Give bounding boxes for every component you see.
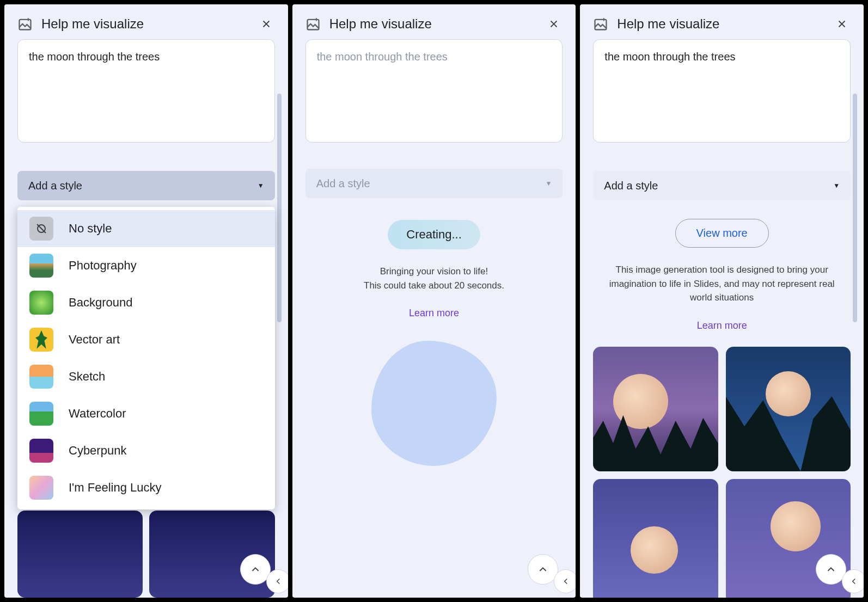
style-option-photography[interactable]: Photography — [17, 247, 275, 284]
prompt-input[interactable] — [593, 39, 851, 143]
panel-body: the moon through the trees Add a style ▼… — [292, 39, 576, 598]
result-image[interactable] — [593, 347, 718, 471]
no-style-icon — [29, 217, 53, 241]
background-results-peek — [17, 511, 275, 598]
panel-header: Help me visualize — [292, 4, 576, 39]
style-option-label: Photography — [69, 259, 137, 273]
caret-down-icon: ▼ — [258, 182, 264, 189]
style-select[interactable]: Add a style ▼ — [593, 171, 851, 200]
sketch-thumb — [29, 365, 53, 389]
collapse-fab[interactable] — [554, 569, 576, 593]
style-option-label: Vector art — [69, 333, 120, 347]
panel-title: Help me visualize — [617, 16, 833, 32]
view-more-button[interactable]: View more — [675, 219, 769, 248]
style-select-label: Add a style — [316, 177, 370, 190]
prompt-input[interactable] — [17, 39, 275, 143]
close-button[interactable] — [833, 15, 851, 33]
prompt-input-disabled: the moon through the trees — [305, 39, 563, 143]
style-option-vector-art[interactable]: Vector art — [17, 321, 275, 358]
result-grid — [593, 347, 851, 598]
loading-message: Bringing your vision to life! This could… — [305, 265, 563, 292]
panel-body: Add a style ▼ View more This image gener… — [580, 39, 864, 598]
panel-header: Help me visualize — [580, 4, 864, 39]
close-button[interactable] — [545, 15, 563, 33]
visualize-icon — [17, 16, 33, 32]
learn-more-link[interactable]: Learn more — [305, 308, 563, 319]
close-button[interactable] — [258, 15, 275, 33]
style-select-label: Add a style — [604, 180, 658, 192]
panel-title: Help me visualize — [329, 16, 546, 32]
vector-art-thumb — [29, 328, 53, 352]
panel-title: Help me visualize — [41, 16, 258, 32]
caret-down-icon: ▼ — [545, 180, 552, 187]
style-option-label: Cyberpunk — [69, 444, 126, 458]
panel-creating: Help me visualize the moon through the t… — [292, 4, 576, 598]
collapse-fab[interactable] — [842, 569, 864, 593]
style-option-label: Background — [69, 296, 132, 310]
creating-status: Creating... — [388, 220, 480, 249]
style-option-feeling-lucky[interactable]: I'm Feeling Lucky — [17, 469, 275, 506]
disclaimer-text: This image generation tool is designed t… — [593, 263, 851, 305]
peek-image — [17, 511, 143, 598]
scrollbar[interactable] — [277, 94, 282, 322]
loading-line-1: Bringing your vision to life! — [305, 265, 563, 279]
learn-more-link[interactable]: Learn more — [593, 320, 851, 331]
cyberpunk-thumb — [29, 439, 53, 463]
loading-animation — [371, 341, 497, 466]
style-option-label: I'm Feeling Lucky — [69, 481, 162, 495]
style-option-label: Watercolor — [69, 407, 126, 421]
style-option-label: No style — [69, 222, 112, 236]
style-option-cyberpunk[interactable]: Cyberpunk — [17, 432, 275, 469]
watercolor-thumb — [29, 402, 53, 426]
panel-results: Help me visualize Add a style ▼ View mor… — [580, 4, 864, 598]
scrollbar[interactable] — [853, 94, 857, 322]
style-option-background[interactable]: Background — [17, 284, 275, 321]
style-select-disabled: Add a style ▼ — [305, 169, 563, 198]
style-option-no-style[interactable]: No style — [17, 210, 275, 247]
loading-line-2: This could take about 20 seconds. — [305, 279, 563, 293]
panel-header: Help me visualize — [4, 4, 288, 39]
style-dropdown: No style Photography Background Vector a… — [17, 207, 275, 509]
photography-thumb — [29, 254, 53, 278]
style-select[interactable]: Add a style ▼ — [17, 171, 275, 200]
result-image[interactable] — [593, 479, 718, 598]
result-image[interactable] — [726, 347, 851, 471]
collapse-fab[interactable] — [266, 569, 288, 593]
visualize-icon — [305, 16, 321, 32]
style-option-watercolor[interactable]: Watercolor — [17, 395, 275, 432]
style-select-label: Add a style — [28, 180, 82, 192]
background-thumb — [29, 291, 53, 315]
style-option-label: Sketch — [69, 370, 105, 384]
lucky-thumb — [29, 476, 53, 500]
caret-down-icon: ▼ — [833, 182, 840, 189]
style-option-sketch[interactable]: Sketch — [17, 358, 275, 395]
panel-style-picker: Help me visualize Add a style ▼ No style… — [4, 4, 288, 598]
visualize-icon — [593, 16, 608, 32]
